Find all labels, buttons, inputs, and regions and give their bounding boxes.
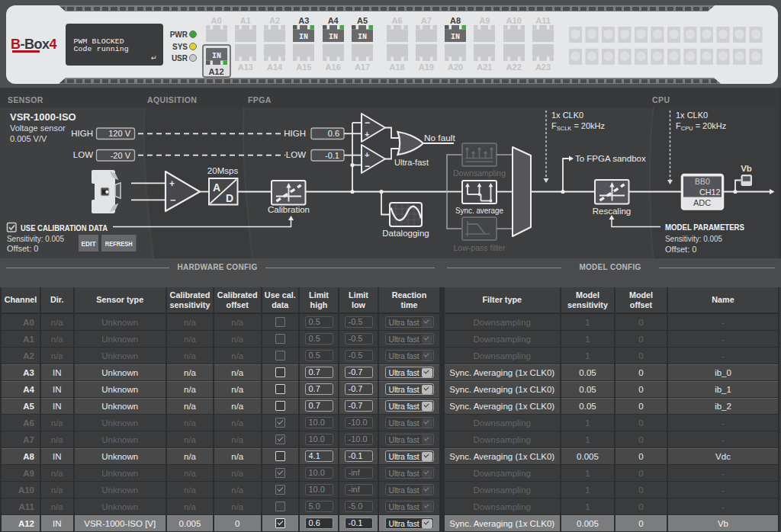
svg-text:To FPGA sandbox: To FPGA sandbox [575, 154, 646, 163]
svg-text:LOW: LOW [286, 150, 306, 159]
svg-text:EDIT: EDIT [82, 239, 96, 248]
svg-text:CPU: CPU [652, 95, 670, 104]
svg-text:Downsampling: Downsampling [453, 168, 506, 178]
svg-text:ADC: ADC [693, 198, 711, 207]
svg-text:VSR-1000-ISO: VSR-1000-ISO [10, 111, 76, 123]
svg-text:−: − [365, 117, 370, 128]
svg-text:Sync. average: Sync. average [455, 206, 503, 215]
svg-text:HIGH: HIGH [71, 129, 93, 138]
svg-text:Voltage sensor: Voltage sensor [10, 123, 66, 133]
svg-text:SENSOR: SENSOR [8, 95, 43, 104]
svg-text:LOW: LOW [73, 150, 93, 159]
svg-text:120 V: 120 V [108, 129, 130, 138]
svg-text:Vb: Vb [741, 164, 752, 173]
svg-text:Calibration: Calibration [268, 205, 310, 214]
svg-text:0.6: 0.6 [328, 129, 339, 138]
svg-text:No fault: No fault [424, 133, 455, 143]
svg-text:Offset: 0: Offset: 0 [7, 244, 38, 253]
svg-text:A: A [213, 181, 220, 194]
svg-text:-0.1: -0.1 [325, 151, 339, 160]
svg-text:Sensitivity: 0.005: Sensitivity: 0.005 [665, 234, 722, 243]
svg-text:IN: IN [211, 52, 220, 60]
svg-text:REFRESH: REFRESH [105, 239, 133, 248]
svg-text:USE CALIBRATION DATA: USE CALIBRATION DATA [21, 223, 108, 232]
svg-text:AQUISITION: AQUISITION [147, 95, 197, 104]
svg-text:0.005 V/V: 0.005 V/V [10, 134, 47, 143]
svg-text:IN: IN [358, 33, 367, 41]
svg-text:Low-pass filter: Low-pass filter [454, 243, 506, 252]
svg-text:+: + [169, 178, 175, 189]
svg-text:-20 V: -20 V [111, 151, 131, 160]
svg-text:IN: IN [329, 33, 338, 41]
svg-text:1x CLK0: 1x CLK0 [551, 111, 583, 120]
svg-text:IN: IN [299, 33, 308, 41]
svg-text:20Msps: 20Msps [207, 166, 239, 175]
svg-text:HIGH: HIGH [284, 129, 306, 138]
svg-text:−: − [365, 161, 370, 171]
svg-text:+: + [365, 150, 369, 159]
svg-text:Sensitivity: 0.005: Sensitivity: 0.005 [7, 234, 64, 243]
svg-text:Offset: 0: Offset: 0 [665, 245, 696, 254]
svg-text:IN: IN [451, 33, 460, 41]
svg-text:FPGA: FPGA [248, 95, 272, 104]
svg-text:MODEL PARAMETERS: MODEL PARAMETERS [665, 223, 744, 232]
svg-text:Ultra-fast: Ultra-fast [394, 157, 429, 168]
svg-text:BB0: BB0 [695, 177, 710, 186]
svg-text:CH12: CH12 [699, 187, 721, 197]
svg-text:Rescaling: Rescaling [593, 207, 632, 216]
svg-text:+: + [365, 130, 369, 139]
svg-text:−: − [170, 194, 176, 206]
svg-text:1x CLK0: 1x CLK0 [676, 111, 708, 120]
svg-text:D: D [226, 192, 233, 204]
svg-text:Datalogging: Datalogging [382, 229, 429, 238]
